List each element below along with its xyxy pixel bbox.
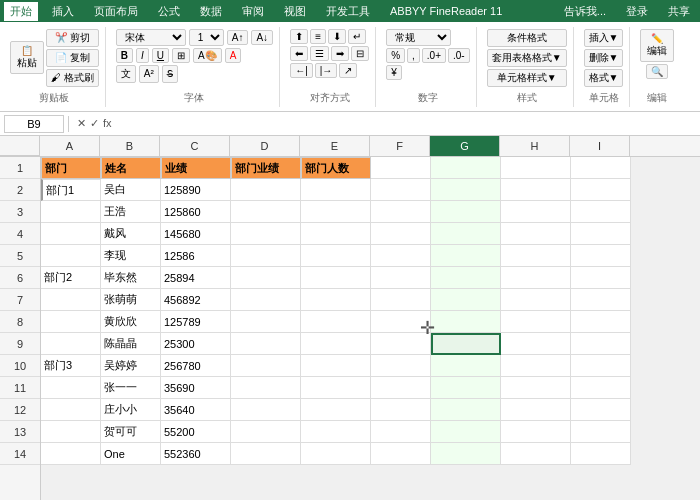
cell-B8[interactable]: 黄欣欣 [101,311,161,333]
cell-F12[interactable] [371,399,431,421]
cut-button[interactable]: ✂️ 剪切 [46,29,99,47]
row-header-4[interactable]: 4 [0,223,40,245]
mid-align-button[interactable]: ≡ [310,29,326,44]
cell-C5[interactable]: 12586 [161,245,231,267]
cell-H4[interactable] [501,223,571,245]
cell-G1[interactable] [431,157,501,179]
cell-F10[interactable] [371,355,431,377]
tab-insert[interactable]: 插入 [46,2,80,21]
cell-E9[interactable] [301,333,371,355]
cell-H3[interactable] [501,201,571,223]
col-header-H[interactable]: H [500,136,570,156]
cell-A6[interactable]: 部门2 [41,267,101,289]
cell-I13[interactable] [571,421,631,443]
indent-left-button[interactable]: ←| [290,63,313,78]
cell-H14[interactable] [501,443,571,465]
format-cell-button[interactable]: 格式▼ [584,69,624,87]
cell-H8[interactable] [501,311,571,333]
cell-B9[interactable]: 陈晶晶 [101,333,161,355]
cell-E4[interactable] [301,223,371,245]
row-header-1[interactable]: 1 [0,157,40,179]
cell-D5[interactable] [231,245,301,267]
font-color-button[interactable]: A [225,48,242,63]
cell-C7[interactable]: 456892 [161,289,231,311]
cell-style-button[interactable]: 单元格样式▼ [487,69,567,87]
cell-G11[interactable] [431,377,501,399]
increase-font-button[interactable]: A↑ [227,30,249,45]
thousands-button[interactable]: , [407,48,420,63]
cell-E11[interactable] [301,377,371,399]
wrap-text-button[interactable]: ↵ [348,29,366,44]
italic-button[interactable]: I [136,48,149,63]
table-format-button[interactable]: 套用表格格式▼ [487,49,567,67]
search-btn[interactable]: 🔍 [646,64,668,79]
center-align-button[interactable]: ☰ [310,46,329,61]
cell-A12[interactable] [41,399,101,421]
font-family-select[interactable]: 宋体 [116,29,186,46]
col-header-B[interactable]: B [100,136,160,156]
cell-I7[interactable] [571,289,631,311]
cell-B10[interactable]: 吴婷婷 [101,355,161,377]
row-header-12[interactable]: 12 [0,399,40,421]
cell-I9[interactable] [571,333,631,355]
right-align-button[interactable]: ➡ [331,46,349,61]
currency-button[interactable]: ¥ [386,65,402,80]
share-btn[interactable]: 共享 [662,2,696,21]
cell-B6[interactable]: 毕东然 [101,267,161,289]
cell-C13[interactable]: 55200 [161,421,231,443]
cell-G3[interactable] [431,201,501,223]
cell-E13[interactable] [301,421,371,443]
cell-G2[interactable] [431,179,501,201]
cell-F4[interactable] [371,223,431,245]
cell-I1[interactable] [571,157,631,179]
confirm-formula-icon[interactable]: ✓ [90,117,99,130]
insert-cell-button[interactable]: 插入▼ [584,29,624,47]
cell-H5[interactable] [501,245,571,267]
left-align-button[interactable]: ⬅ [290,46,308,61]
number-format-select[interactable]: 常规 [386,29,451,46]
cell-I11[interactable] [571,377,631,399]
cell-H9[interactable] [501,333,571,355]
row-header-3[interactable]: 3 [0,201,40,223]
paste-button[interactable]: 📋粘贴 [10,41,44,74]
cell-E5[interactable] [301,245,371,267]
cell-G10[interactable] [431,355,501,377]
tab-home[interactable]: 开始 [4,2,38,21]
cell-A14[interactable] [41,443,101,465]
cell-D7[interactable] [231,289,301,311]
cell-F3[interactable] [371,201,431,223]
bold-button[interactable]: B [116,48,133,63]
cell-H11[interactable] [501,377,571,399]
border-button[interactable]: ⊞ [172,48,190,63]
cell-G7[interactable] [431,289,501,311]
format-painter-button[interactable]: 🖌 格式刷 [46,69,99,87]
strikethrough-button[interactable]: S̶ [162,65,178,83]
cell-I14[interactable] [571,443,631,465]
cell-D14[interactable] [231,443,301,465]
cell-A10[interactable]: 部门3 [41,355,101,377]
cell-H10[interactable] [501,355,571,377]
col-header-C[interactable]: C [160,136,230,156]
cell-F5[interactable] [371,245,431,267]
cell-C4[interactable]: 145680 [161,223,231,245]
indent-right-button[interactable]: |→ [315,63,338,78]
tab-layout[interactable]: 页面布局 [88,2,144,21]
cell-B7[interactable]: 张萌萌 [101,289,161,311]
cell-G9[interactable] [431,333,501,355]
cell-H1[interactable] [501,157,571,179]
row-header-10[interactable]: 10 [0,355,40,377]
cell-E12[interactable] [301,399,371,421]
cell-A11[interactable] [41,377,101,399]
cell-D9[interactable] [231,333,301,355]
cell-G6[interactable] [431,267,501,289]
cell-E7[interactable] [301,289,371,311]
cell-D8[interactable] [231,311,301,333]
cell-B2[interactable]: 吴白 [101,179,161,201]
cell-C14[interactable]: 552360 [161,443,231,465]
cell-F7[interactable] [371,289,431,311]
cell-C11[interactable]: 35690 [161,377,231,399]
cell-G12[interactable] [431,399,501,421]
cell-H6[interactable] [501,267,571,289]
cell-C12[interactable]: 35640 [161,399,231,421]
underline-button[interactable]: U [152,48,169,63]
